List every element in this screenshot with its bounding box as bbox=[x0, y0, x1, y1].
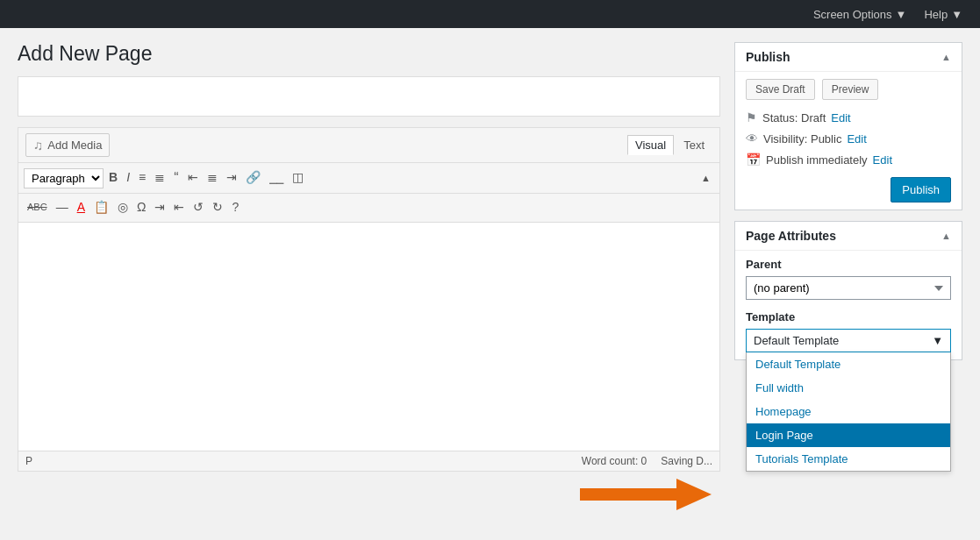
screen-options-label: Screen Options bbox=[813, 8, 892, 21]
help-toolbar-button[interactable]: ? bbox=[228, 197, 242, 218]
tab-visual[interactable]: Visual bbox=[627, 135, 674, 155]
align-center-button[interactable]: ≣ bbox=[204, 167, 221, 188]
template-selected[interactable]: Default Template ▼ bbox=[746, 329, 951, 352]
bold-button[interactable]: B bbox=[105, 167, 121, 188]
add-media-button[interactable]: ♫ Add Media bbox=[25, 133, 110, 157]
publish-button[interactable]: Publish bbox=[891, 177, 951, 202]
visibility-row: 👁 Visibility: Public Edit bbox=[746, 131, 951, 146]
ordered-list-button[interactable]: ≣ bbox=[151, 167, 168, 188]
publish-actions: Save Draft Preview bbox=[746, 79, 951, 100]
schedule-edit-link[interactable]: Edit bbox=[873, 153, 892, 167]
kitchen-sink-toggle[interactable]: ▲ bbox=[697, 170, 714, 187]
publish-box-title: Publish bbox=[746, 50, 790, 64]
schedule-text: Publish immediately bbox=[766, 153, 868, 167]
help-chevron: ▼ bbox=[951, 8, 962, 21]
left-panel: Add New Page Login Page ♫ Add Media Visu… bbox=[18, 42, 720, 510]
view-tabs: Visual Text bbox=[627, 135, 712, 155]
clear-format-button[interactable]: ◎ bbox=[114, 197, 132, 218]
page-attributes-toggle-icon: ▲ bbox=[941, 231, 951, 241]
align-right-button[interactable]: ⇥ bbox=[223, 167, 240, 188]
more-button[interactable]: ⎯⎯ bbox=[266, 167, 287, 188]
publish-box-header[interactable]: Publish ▲ bbox=[735, 43, 962, 72]
hr-button[interactable]: — bbox=[53, 197, 72, 218]
template-dropdown-list: Default Template Full width Homepage Log… bbox=[746, 352, 951, 472]
editor-top-bar: ♫ Add Media Visual Text bbox=[18, 128, 719, 163]
preview-button[interactable]: Preview bbox=[822, 79, 879, 100]
help-button[interactable]: Help ▼ bbox=[917, 4, 969, 25]
paragraph-tag: P bbox=[25, 455, 32, 467]
fullscreen-button[interactable]: ◫ bbox=[289, 167, 307, 188]
status-row: ⚑ Status: Draft Edit bbox=[746, 110, 951, 124]
template-label: Template bbox=[746, 310, 951, 323]
parent-select[interactable]: (no parent) bbox=[746, 276, 951, 300]
outdent-button[interactable]: ⇤ bbox=[170, 197, 188, 218]
status-edit-link[interactable]: Edit bbox=[831, 111, 850, 124]
page-title-input[interactable]: Login Page bbox=[18, 76, 720, 117]
parent-label: Parent bbox=[746, 258, 951, 271]
word-count: Word count: 0 bbox=[582, 455, 647, 467]
add-media-icon: ♫ bbox=[33, 138, 43, 153]
add-media-label: Add Media bbox=[47, 139, 102, 152]
help-label: Help bbox=[924, 8, 948, 21]
admin-bar: Screen Options ▼ Help ▼ bbox=[0, 0, 980, 28]
main-content: ◀ Add New Page Login Page ♫ Add Media Vi… bbox=[0, 28, 980, 524]
format-select[interactable]: Paragraph bbox=[24, 168, 104, 188]
strikethrough-button[interactable]: ABC bbox=[24, 199, 51, 216]
visibility-text: Visibility: Public bbox=[763, 132, 841, 146]
lock-icon: ⚑ bbox=[746, 110, 757, 124]
screen-options-button[interactable]: Screen Options ▼ bbox=[806, 4, 913, 25]
special-char-button[interactable]: Ω bbox=[133, 197, 149, 218]
calendar-icon: 📅 bbox=[746, 153, 761, 167]
page-attributes-body: Parent (no parent) Template Default Temp… bbox=[735, 251, 962, 359]
unordered-list-button[interactable]: ≡ bbox=[135, 167, 149, 188]
right-panel: Publish ▲ Save Draft Preview ⚑ Status: D… bbox=[734, 42, 962, 510]
schedule-row: 📅 Publish immediately Edit bbox=[746, 153, 951, 167]
text-color-button[interactable]: A bbox=[74, 197, 89, 218]
paste-text-button[interactable]: 📋 bbox=[90, 197, 112, 218]
link-button[interactable]: 🔗 bbox=[242, 167, 264, 188]
saving-label: Saving D... bbox=[661, 455, 712, 467]
template-selected-text: Default Template bbox=[754, 334, 839, 347]
template-option-login-page[interactable]: Login Page bbox=[747, 423, 950, 447]
template-dropdown-wrapper: Default Template ▼ Default Template Full… bbox=[746, 329, 951, 352]
italic-button[interactable]: I bbox=[123, 167, 133, 188]
publish-box-body: Save Draft Preview ⚑ Status: Draft Edit … bbox=[735, 72, 962, 210]
page-attributes-box: Page Attributes ▲ Parent (no parent) Tem… bbox=[734, 221, 962, 360]
editor-area[interactable] bbox=[18, 223, 719, 451]
template-chevron-icon: ▼ bbox=[932, 334, 943, 347]
toolbar-row-2: ABC — A 📋 ◎ Ω ⇥ ⇤ ↺ ↻ ? bbox=[18, 194, 719, 223]
page-heading: Add New Page bbox=[18, 42, 720, 66]
template-option-tutorials[interactable]: Tutorials Template bbox=[747, 447, 950, 471]
visibility-edit-link[interactable]: Edit bbox=[847, 132, 866, 146]
page-attributes-header[interactable]: Page Attributes ▲ bbox=[735, 222, 962, 251]
template-option-homepage[interactable]: Homepage bbox=[747, 400, 950, 423]
toolbar-row-1: Paragraph B I ≡ ≣ “ ⇤ ≣ ⇥ 🔗 ⎯⎯ ◫ ▲ bbox=[18, 163, 719, 194]
redo-button[interactable]: ↻ bbox=[209, 197, 226, 218]
tab-text[interactable]: Text bbox=[676, 135, 712, 155]
publish-box: Publish ▲ Save Draft Preview ⚑ Status: D… bbox=[734, 42, 962, 210]
screen-options-chevron: ▼ bbox=[896, 8, 907, 21]
status-text: Status: Draft bbox=[762, 111, 826, 124]
blockquote-button[interactable]: “ bbox=[170, 167, 182, 189]
publish-box-toggle-icon: ▲ bbox=[941, 52, 951, 62]
undo-button[interactable]: ↺ bbox=[190, 197, 207, 218]
align-left-button[interactable]: ⇤ bbox=[184, 167, 202, 188]
page-attributes-title: Page Attributes bbox=[746, 229, 836, 243]
save-draft-button[interactable]: Save Draft bbox=[746, 79, 815, 100]
indent-button[interactable]: ⇥ bbox=[151, 197, 168, 218]
editor-footer: P Word count: 0 Saving D... bbox=[18, 451, 719, 471]
arrow-shaft bbox=[580, 488, 676, 501]
eye-icon: 👁 bbox=[746, 131, 758, 146]
editor-wrapper: ♫ Add Media Visual Text Paragraph B I ≡ … bbox=[18, 127, 720, 472]
template-option-default[interactable]: Default Template bbox=[747, 352, 950, 376]
arrow-head bbox=[676, 479, 712, 510]
template-option-full-width[interactable]: Full width bbox=[747, 376, 950, 400]
